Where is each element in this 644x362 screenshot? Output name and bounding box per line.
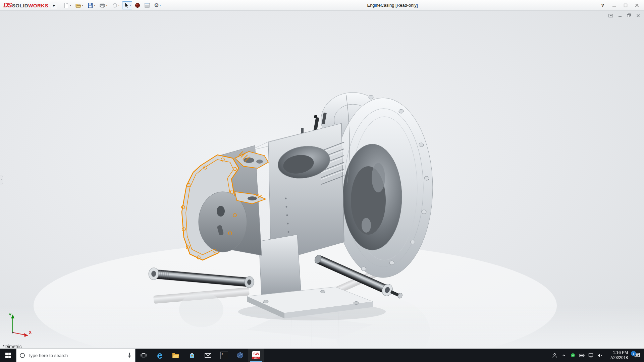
standard-toolbar: ▾ ▾ ▾ <box>62 1 162 9</box>
system-tray: 1:16 PM 7/23/2018 3 <box>550 349 644 362</box>
print-icon <box>99 2 105 8</box>
x-axis-arrow <box>24 333 28 337</box>
undo-button[interactable]: ▾ <box>110 1 121 9</box>
restore-icon <box>627 13 631 17</box>
network-icon <box>588 353 593 358</box>
cortana-icon <box>20 353 25 358</box>
y-axis-arrow <box>11 314 14 318</box>
menu-flyout-button[interactable]: ▶ <box>51 2 57 9</box>
open-button[interactable]: ▾ <box>74 1 85 9</box>
orientation-triad[interactable]: Y X <box>5 311 36 338</box>
chevron-up-icon <box>561 353 566 357</box>
windows-logo-icon <box>5 353 11 358</box>
solidworks-logo: DS SOLID WORKS <box>0 1 51 9</box>
notification-badge: 3 <box>631 351 636 356</box>
new-document-button[interactable]: ▾ <box>62 1 72 9</box>
file-explorer-button[interactable] <box>168 349 184 362</box>
solidworks-taskbar-button[interactable]: SW 2017 <box>248 349 264 362</box>
select-cursor-icon <box>123 2 129 8</box>
options-button[interactable]: ⚙ ▾ <box>153 1 162 9</box>
mail-button[interactable] <box>200 349 216 362</box>
sw-year: 2017 <box>252 357 260 359</box>
minimize-icon <box>612 3 616 7</box>
undo-icon <box>111 2 117 8</box>
ds-logo-mark: DS <box>3 1 11 9</box>
minimize-button[interactable] <box>609 1 619 10</box>
chevron-down-icon: ▾ <box>82 4 83 7</box>
sw-glyph: SW <box>252 351 260 357</box>
clock-date: 7/23/2018 <box>604 355 628 360</box>
flyout-arrow-icon: ▶ <box>53 4 55 7</box>
file-explorer-icon <box>172 352 179 358</box>
maximize-icon <box>624 3 628 7</box>
triad-y-label: Y <box>9 313 11 317</box>
open-icon <box>75 2 81 8</box>
chevron-down-icon: ▾ <box>118 4 119 7</box>
cad-cube-button[interactable] <box>232 349 248 362</box>
rebuild-button[interactable] <box>133 1 142 9</box>
taskbar-search[interactable] <box>16 349 136 362</box>
volume-button[interactable] <box>595 349 604 362</box>
save-icon <box>87 2 93 8</box>
help-icon: ? <box>601 3 604 8</box>
document-window-menu-button[interactable] <box>608 13 613 18</box>
file-properties-icon <box>144 2 150 8</box>
clock-time: 1:16 PM <box>604 350 628 355</box>
desktop: DS SOLID WORKS ▶ ▾ ▾ <box>0 0 644 362</box>
taskbar-clock[interactable]: 1:16 PM 7/23/2018 <box>604 349 630 362</box>
cmd-glyph: >_ <box>222 353 225 356</box>
maximize-button[interactable] <box>621 1 631 10</box>
chevron-down-icon: ▾ <box>160 4 161 7</box>
document-restore-button[interactable] <box>626 13 632 18</box>
mail-icon <box>205 353 211 358</box>
store-icon <box>189 352 195 358</box>
file-properties-button[interactable] <box>143 1 151 9</box>
minimize-icon <box>618 14 622 17</box>
new-document-icon <box>63 2 69 8</box>
defender-icon <box>571 353 575 358</box>
people-button[interactable] <box>550 349 559 362</box>
network-button[interactable] <box>586 349 595 362</box>
task-view-button[interactable] <box>136 349 152 362</box>
help-button[interactable]: ? <box>598 1 608 10</box>
taskbar: e >_ <box>0 349 644 362</box>
search-input[interactable] <box>28 353 124 358</box>
edge-icon: e <box>157 351 162 360</box>
action-center-button[interactable]: 3 <box>630 349 644 362</box>
solidworks-icon: SW 2017 <box>252 351 260 359</box>
document-minimize-button[interactable] <box>617 13 623 18</box>
microphone-icon[interactable] <box>127 352 132 358</box>
close-icon <box>636 14 640 17</box>
task-view-icon <box>141 353 147 358</box>
chevron-down-icon: ▾ <box>106 4 107 7</box>
brand-solid-text: SOLID <box>12 3 28 8</box>
rebuild-icon <box>135 3 140 8</box>
document-close-button[interactable] <box>635 13 641 18</box>
featuremanager-splitter[interactable] <box>0 176 3 184</box>
cad-cube-icon <box>237 352 244 359</box>
store-button[interactable] <box>184 349 200 362</box>
command-prompt-icon: >_ <box>220 352 228 359</box>
chevron-down-icon: ▾ <box>129 4 131 7</box>
titlebar: DS SOLID WORKS ▶ ▾ ▾ <box>0 0 644 11</box>
save-button[interactable]: ▾ <box>86 1 97 9</box>
start-button[interactable] <box>0 349 16 362</box>
model-canvas[interactable] <box>0 11 644 349</box>
graphics-area[interactable]: Y X *Dimetric <box>0 11 644 349</box>
triad-x-label: X <box>29 330 32 335</box>
select-button[interactable]: ▾ <box>122 1 132 9</box>
command-prompt-button[interactable]: >_ <box>216 349 232 362</box>
battery-button[interactable] <box>577 349 586 362</box>
battery-icon <box>579 354 585 357</box>
edge-button[interactable]: e <box>152 349 168 362</box>
volume-muted-icon <box>597 353 603 358</box>
gear-icon: ⚙ <box>154 3 159 8</box>
window-controls: ? <box>598 0 642 11</box>
tray-overflow-button[interactable] <box>559 349 568 362</box>
defender-button[interactable] <box>568 349 577 362</box>
brand-works-text: WORKS <box>28 3 48 8</box>
print-button[interactable]: ▾ <box>98 1 109 9</box>
document-window-controls <box>608 13 641 18</box>
chevron-down-icon: ▾ <box>94 4 95 7</box>
close-button[interactable] <box>632 1 642 10</box>
